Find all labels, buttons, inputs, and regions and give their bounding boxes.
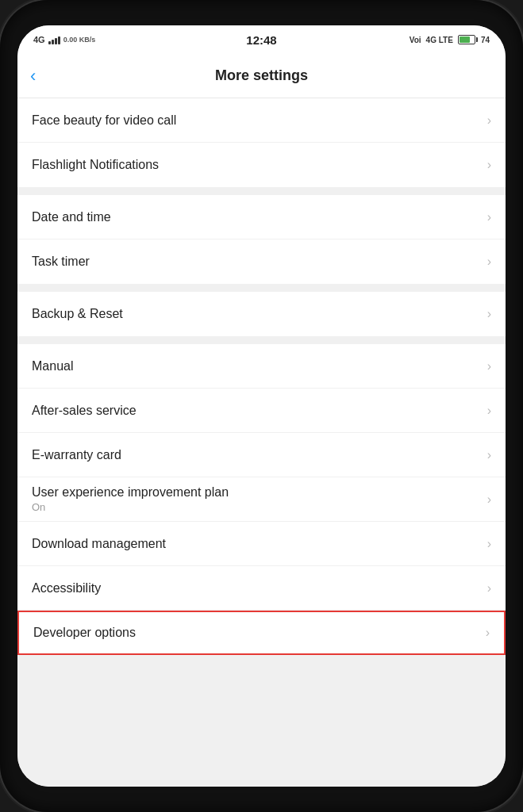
status-left: 4G 0.00 KB/s [33,35,95,44]
battery-level: 74 [481,36,490,44]
carrier-label: Voi [410,36,421,44]
network-type-label: 4G [33,35,45,44]
settings-item-label-accessibility: Accessibility [32,581,101,595]
chevron-icon-backup-reset: › [487,307,491,321]
settings-item-content-flashlight: Flashlight Notifications [32,158,481,172]
settings-item-face-beauty[interactable]: Face beauty for video call› [17,98,506,143]
chevron-icon-download-mgmt: › [487,537,491,551]
back-button[interactable]: ‹ [24,59,42,93]
settings-group-group1: Face beauty for video call›Flashlight No… [17,98,506,187]
status-bar: 4G 0.00 KB/s 12:48 Voi 4G LTE 74 [17,25,506,54]
settings-item-content-task-timer: Task timer [32,255,481,269]
settings-group-group2: Date and time›Task timer› [17,195,506,284]
settings-item-label-manual: Manual [32,359,73,373]
settings-item-content-date-time: Date and time [32,210,481,224]
data-rate-label: 0.00 KB/s [63,36,96,44]
settings-item-sublabel-user-experience: On [32,501,481,513]
chevron-icon-date-time: › [487,210,491,224]
settings-item-content-user-experience: User experience improvement planOn [32,485,481,513]
settings-item-manual[interactable]: Manual› [17,344,506,389]
settings-item-e-warranty[interactable]: E-warranty card› [17,433,506,477]
chevron-icon-user-experience: › [487,492,491,507]
status-right: Voi 4G LTE 74 [410,35,490,44]
chevron-icon-face-beauty: › [487,113,491,128]
settings-item-label-after-sales: After-sales service [32,404,137,417]
settings-item-content-face-beauty: Face beauty for video call [32,113,481,128]
settings-item-after-sales[interactable]: After-sales service› [17,389,506,433]
settings-item-task-timer[interactable]: Task timer› [17,239,506,284]
settings-item-label-e-warranty: E-warranty card [32,448,121,462]
settings-item-content-e-warranty: E-warranty card [32,448,481,462]
settings-item-flashlight[interactable]: Flashlight Notifications› [17,143,506,187]
battery-fill [460,36,471,43]
settings-item-label-task-timer: Task timer [32,255,90,268]
settings-item-content-developer-options: Developer options [33,626,479,640]
settings-item-content-manual: Manual [32,359,481,373]
settings-item-label-face-beauty: Face beauty for video call [32,113,176,127]
lte-label: 4G LTE [426,36,453,44]
chevron-icon-developer-options: › [486,626,490,640]
settings-item-label-flashlight: Flashlight Notifications [32,158,159,171]
chevron-icon-flashlight: › [487,158,491,172]
page-title: More settings [215,67,308,84]
chevron-icon-accessibility: › [487,581,491,596]
settings-group-group4: Manual›After-sales service›E-warranty ca… [17,344,506,655]
chevron-icon-task-timer: › [487,255,491,269]
settings-item-content-after-sales: After-sales service [32,404,481,418]
settings-item-label-backup-reset: Backup & Reset [32,307,123,320]
settings-item-content-backup-reset: Backup & Reset [32,307,481,321]
settings-item-backup-reset[interactable]: Backup & Reset› [17,292,506,336]
header: ‹ More settings [17,54,506,98]
chevron-icon-after-sales: › [487,404,491,418]
settings-item-accessibility[interactable]: Accessibility› [17,566,506,611]
settings-list: Face beauty for video call›Flashlight No… [17,98,506,787]
chevron-icon-e-warranty: › [487,448,491,462]
settings-item-user-experience[interactable]: User experience improvement planOn› [17,477,506,522]
settings-item-content-download-mgmt: Download management [32,537,481,551]
settings-item-label-developer-options: Developer options [33,626,136,639]
battery-icon: 74 [458,35,490,44]
settings-item-date-time[interactable]: Date and time› [17,195,506,239]
phone-frame: 4G 0.00 KB/s 12:48 Voi 4G LTE 74 ‹ [0,0,523,812]
settings-item-content-accessibility: Accessibility [32,581,481,596]
settings-item-developer-options[interactable]: Developer options› [17,611,506,655]
chevron-icon-manual: › [487,359,491,373]
settings-item-download-mgmt[interactable]: Download management› [17,522,506,566]
settings-group-group3: Backup & Reset› [17,292,506,336]
clock: 12:48 [246,33,276,47]
phone-screen: 4G 0.00 KB/s 12:48 Voi 4G LTE 74 ‹ [17,25,506,787]
settings-item-label-download-mgmt: Download management [32,537,166,550]
settings-item-label-user-experience: User experience improvement plan [32,485,229,499]
signal-icon [48,35,60,44]
settings-item-label-date-time: Date and time [32,210,111,224]
